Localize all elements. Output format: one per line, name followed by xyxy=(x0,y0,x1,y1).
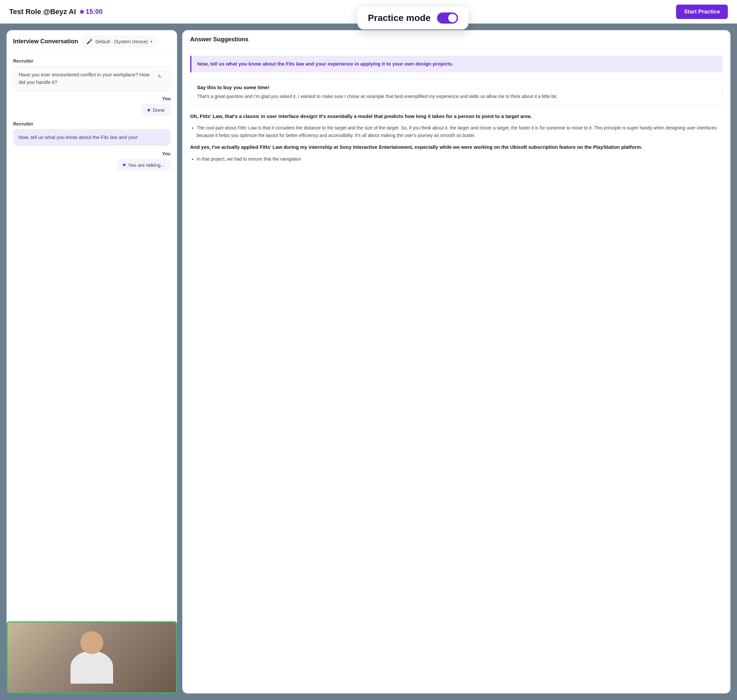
you-message-2: You are talking... xyxy=(13,159,171,171)
header-left: Test Role @Beyz AI 15:00 xyxy=(9,7,103,16)
answer-content: Now, tell us what you know about the Fit… xyxy=(182,49,730,693)
person-body xyxy=(71,651,113,684)
you-bubble-1: Done xyxy=(142,104,171,116)
practice-mode-label: Practice mode xyxy=(368,13,430,23)
chevron-down-icon: ▾ xyxy=(150,39,152,44)
answer-bullet-1: The cool part about Fitts' Law is that i… xyxy=(197,124,722,139)
practice-mode-popup: Practice mode xyxy=(357,7,469,29)
sender-label-4: You xyxy=(13,151,171,156)
timer-badge: 15:00 xyxy=(80,8,103,15)
answer-suggestions-title: Answer Suggestions xyxy=(190,36,249,43)
left-panel: Interview Conversation 🎤 Default - {Syst… xyxy=(7,30,177,693)
recruiter-typing-text: Now, tell us what you know about the Fit… xyxy=(18,134,138,140)
toggle-knob xyxy=(448,14,457,22)
page-title: Test Role @Beyz AI xyxy=(9,7,76,16)
recruiter-typing-message: Now, tell us what you know about the Fit… xyxy=(13,129,171,146)
header: Test Role @Beyz AI 15:00 Practice mode S… xyxy=(0,0,737,24)
practice-mode-toggle[interactable] xyxy=(437,12,458,24)
start-practice-button[interactable]: Start Practice xyxy=(676,4,728,19)
you-message-1: Done xyxy=(13,104,171,116)
you-text-1: Done xyxy=(153,107,165,113)
highlighted-question-text: Now, tell us what you know about the Fit… xyxy=(198,61,453,66)
main-content: Interview Conversation 🎤 Default - {Syst… xyxy=(0,24,737,700)
answer-body: Oh, Fitts' Law, that's a classic in user… xyxy=(190,112,722,166)
answer-list-2: In that project, we had to ensure that t… xyxy=(197,155,722,163)
refresh-button-1[interactable]: ↻ xyxy=(155,71,165,82)
tip-box: Say this to buy you some time! That's a … xyxy=(190,79,722,106)
you-talking-dot-icon xyxy=(123,163,125,166)
sender-label-3: Recruiter xyxy=(13,121,171,126)
left-panel-header: Interview Conversation 🎤 Default - {Syst… xyxy=(7,30,177,53)
highlighted-question: Now, tell us what you know about the Fit… xyxy=(190,56,722,72)
tip-text: That's a great question and I'm glad you… xyxy=(197,93,716,100)
device-selector[interactable]: 🎤 Default - {System Device} ▾ xyxy=(82,36,157,47)
sender-label-1: Recruiter xyxy=(13,58,171,63)
answer-bullet-2: In that project, we had to ensure that t… xyxy=(197,155,722,163)
message-group-2: You Done xyxy=(13,96,171,116)
message-group-4: You You are talking... xyxy=(13,151,171,171)
timer-dot-icon xyxy=(80,10,84,14)
message-group-3: Recruiter Now, tell us what you know abo… xyxy=(13,121,171,146)
right-panel: Answer Suggestions Now, tell us what you… xyxy=(182,30,730,693)
video-area xyxy=(7,621,177,693)
recruiter-text-1: Have you ever encountered conflict in yo… xyxy=(19,71,151,86)
sender-label-2: You xyxy=(13,96,171,101)
answer-intro: Oh, Fitts' Law, that's a classic in user… xyxy=(190,113,532,119)
message-group-1: Recruiter Have you ever encountered conf… xyxy=(13,58,171,91)
answer-mid: And yes, I've actually applied Fitts' La… xyxy=(190,144,642,150)
video-feed xyxy=(7,622,176,693)
conversation-area: Recruiter Have you ever encountered conf… xyxy=(7,53,177,621)
conversation-title: Interview Conversation xyxy=(13,38,78,45)
right-panel-header: Answer Suggestions xyxy=(182,30,730,49)
person-head xyxy=(80,631,103,654)
you-text-2: You are talking... xyxy=(128,162,165,168)
you-bubble-2: You are talking... xyxy=(117,159,171,171)
microphone-icon: 🎤 xyxy=(86,38,93,44)
timer-value: 15:00 xyxy=(86,8,103,15)
answer-list-1: The cool part about Fitts' Law is that i… xyxy=(197,124,722,139)
person-figure xyxy=(71,631,113,684)
tip-title: Say this to buy you some time! xyxy=(197,85,716,90)
recruiter-message-1: Have you ever encountered conflict in yo… xyxy=(13,66,171,91)
you-dot-icon xyxy=(147,109,150,112)
device-name: Default - {System Device} xyxy=(96,39,148,44)
